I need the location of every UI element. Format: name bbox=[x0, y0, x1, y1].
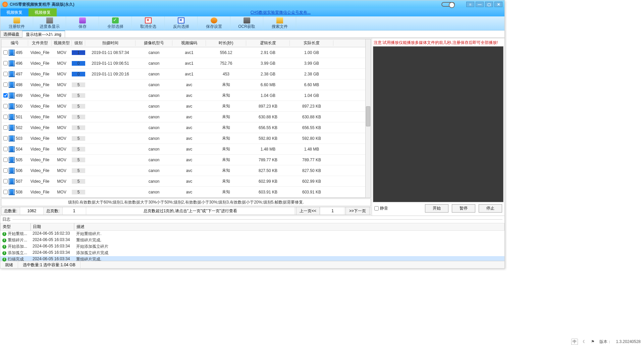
table-row[interactable]: 496Video_FileMOV02019-01-11 09:06:51cano… bbox=[1, 58, 365, 69]
table-row[interactable]: 497Video_FileMOV02019-01-11 09:20:16cano… bbox=[1, 69, 365, 79]
cell-level: 5 bbox=[72, 179, 85, 184]
table-row[interactable]: 508Video_FileMOV5canonavc未知603.91 KB603.… bbox=[1, 187, 365, 197]
maximize-button[interactable]: ▢ bbox=[485, 2, 493, 7]
tool-register[interactable]: 注册软件 bbox=[0, 16, 33, 30]
menu-button[interactable]: ≡ bbox=[466, 2, 474, 7]
log-row[interactable]: 重组碎片...2024-06-05 16:03:34重组碎片完成. bbox=[0, 237, 504, 243]
mute-checkbox[interactable]: 静音 bbox=[374, 206, 388, 211]
tool-save-settings[interactable]: 保存设置 bbox=[198, 16, 230, 30]
results-grid: 编号文件类型视频类型级别拍摄时间摄像机型号视频编码时长(秒)逻辑长度实际长度 4… bbox=[1, 39, 371, 198]
video-preview[interactable] bbox=[373, 46, 503, 202]
info-icon bbox=[2, 251, 6, 255]
row-checkbox[interactable] bbox=[3, 136, 8, 140]
tool-deselect[interactable]: 取消全选 bbox=[132, 16, 165, 30]
tool-search[interactable]: 搜索文件 bbox=[263, 16, 296, 30]
row-checkbox[interactable] bbox=[3, 72, 8, 76]
toggle-pill-icon[interactable] bbox=[441, 2, 455, 7]
log-col[interactable]: 类型 bbox=[0, 223, 31, 231]
select-disk-button[interactable]: 选择磁盘 bbox=[0, 31, 22, 38]
cell-level: 5 bbox=[72, 168, 85, 173]
cell-ftype: Video_File bbox=[28, 61, 52, 66]
table-row[interactable]: 506Video_FileMOV5canonavc未知827.50 KB827.… bbox=[1, 165, 365, 176]
video-icon bbox=[9, 168, 15, 174]
row-checkbox[interactable] bbox=[3, 190, 8, 194]
tool-save[interactable]: 保存 bbox=[66, 16, 99, 30]
prev-page-button[interactable]: 上一页<< bbox=[296, 207, 320, 215]
result-tab[interactable]: 显示结果--->J:\ .img bbox=[22, 31, 65, 38]
row-checkbox[interactable] bbox=[3, 50, 8, 55]
cell-vtype: MOV bbox=[52, 82, 72, 87]
cell-real: 897.23 KB bbox=[290, 104, 333, 109]
table-row[interactable]: 504Video_FileMOV5canonavc未知1.48 MB1.48 M… bbox=[1, 144, 365, 155]
table-row[interactable]: 503Video_FileMOV5canonavc未知592.80 KB592.… bbox=[1, 133, 365, 144]
col-header[interactable]: 级别 bbox=[72, 40, 85, 46]
cell-cam: canon bbox=[136, 72, 172, 76]
status-selection: 选中数量:1 选中容量:1.04 GB bbox=[18, 261, 80, 269]
col-header[interactable]: 时长(秒) bbox=[206, 40, 246, 46]
log-col[interactable]: 日期 bbox=[31, 223, 74, 231]
cell-ftype: Video_File bbox=[28, 93, 52, 98]
play-pause-button[interactable]: 暂停 bbox=[452, 204, 475, 213]
log-row[interactable]: 开始重组...2024-06-05 16:02:33开始重组碎片. bbox=[0, 231, 504, 237]
row-checkbox[interactable] bbox=[3, 147, 8, 151]
version-label: 版本： bbox=[599, 339, 611, 345]
cell-level: 5 bbox=[72, 136, 85, 141]
row-checkbox[interactable] bbox=[3, 104, 8, 108]
log-col[interactable]: 描述 bbox=[74, 223, 504, 231]
cell-level: 5 bbox=[72, 82, 85, 87]
tool-select-all[interactable]: 全部选择 bbox=[99, 16, 132, 30]
moon-icon[interactable]: ☾ bbox=[583, 339, 586, 344]
col-header[interactable]: 文件类型 bbox=[28, 40, 52, 46]
minimize-button[interactable]: — bbox=[476, 2, 484, 7]
cell-level: 5 bbox=[72, 115, 85, 119]
titlebar[interactable]: CHS零壹视频恢复程序 高级版(永久) ≡ — ▢ ✕ bbox=[0, 0, 504, 8]
app-window: CHS零壹视频恢复程序 高级版(永久) ≡ — ▢ ✕ 视频恢复 视频修复 CH… bbox=[0, 0, 505, 269]
table-row[interactable]: 500Video_FileMOV5canonavc未知897.23 KB897.… bbox=[1, 101, 365, 112]
col-header[interactable]: 编号 bbox=[1, 40, 28, 46]
col-header[interactable]: 摄像机型号 bbox=[136, 40, 172, 46]
video-icon bbox=[9, 178, 15, 184]
table-row[interactable]: 495Video_FileMOV12019-01-11 08:57:34cano… bbox=[1, 47, 365, 58]
cell-codec: avc1 bbox=[172, 72, 206, 76]
col-header[interactable]: 视频编码 bbox=[172, 40, 206, 46]
next-page-button[interactable]: >>下一页 bbox=[345, 207, 370, 215]
table-row[interactable]: 501Video_FileMOV5canonavc未知630.88 KB630.… bbox=[1, 112, 365, 122]
row-checkbox[interactable] bbox=[3, 115, 8, 119]
close-button[interactable]: ✕ bbox=[494, 2, 502, 7]
log-row[interactable]: 开始添加...2024-06-05 16:03:34开始添加孤立碎片 bbox=[0, 243, 504, 250]
col-header[interactable]: 实际长度 bbox=[290, 40, 333, 46]
table-row[interactable]: 499Video_FileMOV5canonavc未知1.04 GB1.04 G… bbox=[1, 90, 365, 101]
tool-invert[interactable]: 反向选择 bbox=[165, 16, 198, 30]
ime-indicator[interactable]: 中 bbox=[571, 339, 578, 345]
row-checkbox[interactable] bbox=[3, 125, 8, 130]
log-type: 开始添加... bbox=[0, 243, 31, 250]
scrollbar-thumb[interactable] bbox=[366, 106, 370, 126]
mute-input[interactable] bbox=[374, 206, 379, 211]
row-checkbox[interactable] bbox=[3, 158, 8, 162]
log-row[interactable]: 添加孤立...2024-06-05 16:03:34添加孤立碎片完成 bbox=[0, 250, 504, 256]
table-row[interactable]: 498Video_FileMOV5canonavc未知6.60 MB6.60 M… bbox=[1, 79, 365, 90]
log-type: 开始重组... bbox=[0, 231, 31, 237]
table-row[interactable]: 502Video_FileMOV5canonavc未知656.55 KB656.… bbox=[1, 122, 365, 133]
wechat-link[interactable]: CHS数据实验室微信公众号发布... bbox=[251, 10, 311, 15]
row-checkbox[interactable] bbox=[3, 179, 8, 183]
tab-repair[interactable]: 视频修复 bbox=[29, 8, 57, 16]
col-header[interactable]: 逻辑长度 bbox=[246, 40, 290, 46]
tool-ocr[interactable]: OCR获取 bbox=[230, 16, 263, 30]
row-checkbox[interactable] bbox=[3, 82, 8, 87]
play-start-button[interactable]: 开始 bbox=[425, 204, 448, 213]
tool-progress[interactable]: 进度条显示 bbox=[33, 16, 66, 30]
table-row[interactable]: 507Video_FileMOV5canonavc未知602.99 KB602.… bbox=[1, 176, 365, 187]
play-stop-button[interactable]: 停止 bbox=[479, 204, 502, 213]
row-checkbox[interactable] bbox=[3, 93, 8, 98]
pages-value: 1 bbox=[63, 207, 86, 215]
row-checkbox[interactable] bbox=[3, 168, 8, 173]
tray-icon[interactable]: ⚑ bbox=[591, 339, 595, 344]
ocr-icon bbox=[244, 17, 250, 23]
col-header[interactable]: 拍摄时间 bbox=[85, 40, 136, 46]
grid-scrollbar[interactable] bbox=[365, 39, 371, 197]
col-header[interactable]: 视频类型 bbox=[52, 40, 72, 46]
table-row[interactable]: 505Video_FileMOV5canonavc未知789.77 KB789.… bbox=[1, 155, 365, 165]
tab-recover[interactable]: 视频恢复 bbox=[0, 8, 29, 16]
row-checkbox[interactable] bbox=[3, 61, 8, 65]
